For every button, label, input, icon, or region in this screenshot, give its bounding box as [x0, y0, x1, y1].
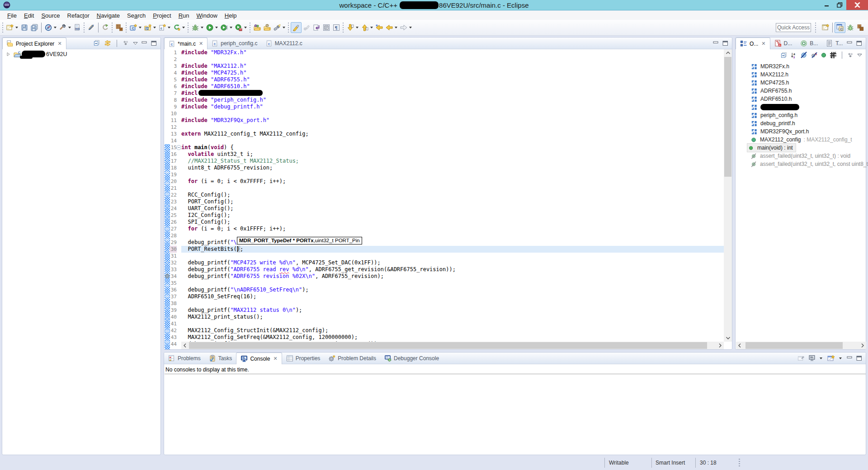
project-tree-item[interactable]: C 6VE92U [2, 50, 160, 58]
maximize-view-button[interactable] [151, 41, 157, 46]
binary-file-button[interactable]: 010 [72, 22, 82, 33]
menu-window[interactable]: Window [193, 11, 221, 20]
scroll-left-arrow[interactable] [736, 342, 743, 349]
editor-vscrollbar[interactable] [724, 49, 732, 342]
outline-item-mainvoidint[interactable]: main(void) : int [747, 144, 796, 152]
minimize-view-button[interactable] [142, 41, 147, 46]
export-folder-button[interactable] [262, 22, 272, 33]
view-menu-button[interactable] [847, 52, 854, 58]
whitespace-faded-button[interactable] [302, 22, 311, 33]
maximize-view-button[interactable] [856, 41, 862, 46]
outline-hscrollbar[interactable] [736, 342, 866, 349]
open-console-dropdown[interactable] [839, 357, 842, 359]
show-whitespace-button[interactable]: ¶ [331, 22, 341, 33]
collapse-all-button[interactable] [781, 52, 788, 59]
new-wizard-button[interactable] [5, 22, 15, 33]
menu-source[interactable]: Source [38, 11, 63, 20]
next-annotation-dropdown[interactable] [356, 27, 359, 28]
open-perspective-button[interactable] [821, 22, 830, 33]
scroll-thumb[interactable] [189, 342, 707, 349]
run-external-dropdown[interactable] [244, 27, 247, 28]
scroll-up-arrow[interactable] [724, 49, 732, 56]
next-annotation-button[interactable] [345, 22, 355, 33]
menu-run[interactable]: Run [175, 11, 193, 20]
fold-collapse-icon[interactable] [176, 145, 181, 150]
outline-item-MAX2112_config[interactable]: MAX2112_config : MAX2112_config_t [751, 136, 852, 144]
outline-item-debug_printf.h[interactable]: debug_printf.h [751, 119, 795, 127]
import-folder-button[interactable] [252, 22, 262, 33]
profile-button[interactable] [219, 22, 229, 33]
relaunch-button[interactable] [100, 22, 110, 33]
save-button[interactable] [19, 22, 29, 33]
editor-tab-periphconfig.c[interactable]: cperiph_config.c [208, 38, 261, 49]
view-tab-problem-details[interactable]: Problem Details [324, 352, 380, 364]
new-c-project-dropdown[interactable] [139, 27, 142, 28]
editor-tab-main.c[interactable]: c*main.c✕ [164, 38, 208, 49]
maximize-view-button[interactable] [856, 356, 862, 361]
outline-item-assert_faileduint32_tuint32_tv[interactable]: assert_failed(uint32_t, uint32_t) : void [751, 152, 850, 160]
view-chevron-button[interactable] [857, 53, 862, 57]
profile-dropdown[interactable] [230, 27, 232, 28]
build-active-button[interactable] [43, 22, 53, 33]
close-tab-icon[interactable]: ✕ [761, 41, 765, 47]
menu-edit[interactable]: Edit [20, 11, 38, 20]
minimize-view-button[interactable] [847, 356, 853, 361]
minimize-editor-button[interactable] [713, 41, 719, 46]
perspective-cpp-button[interactable]: C [835, 22, 845, 33]
view-tab-tasks[interactable]: Tasks [205, 352, 236, 364]
restore-button[interactable] [833, 0, 846, 10]
view-tab-debugger-console[interactable]: Debugger Console [380, 352, 443, 364]
display-console-button[interactable] [808, 355, 816, 362]
tab-project-explorer[interactable]: Project Explorer ✕ [2, 38, 66, 49]
collapse-all-button[interactable] [94, 40, 100, 47]
menu-help[interactable]: Help [221, 11, 241, 20]
forward-dropdown[interactable] [409, 27, 412, 28]
hide-static-button[interactable]: S [811, 52, 818, 59]
scroll-down-arrow[interactable] [724, 334, 732, 342]
prev-annotation-button[interactable] [360, 22, 370, 33]
scroll-thumb[interactable] [745, 342, 843, 349]
save-all-button[interactable] [29, 22, 39, 33]
show-source-button[interactable] [321, 22, 331, 33]
menu-search[interactable]: Search [123, 11, 149, 20]
refresh-new-dropdown[interactable] [182, 27, 185, 28]
new-c-file-button[interactable]: c [157, 22, 167, 33]
outline-item-MCP4725.h[interactable]: MCP4725.h [751, 79, 789, 87]
perspective-debug-button[interactable] [845, 22, 855, 33]
quick-access-box[interactable]: Quick Access [776, 23, 811, 32]
view-tab-properties[interactable]: Properties [282, 352, 325, 364]
build-active-dropdown[interactable] [54, 27, 57, 28]
view-tab-o[interactable]: O...✕ [736, 38, 770, 49]
new-c-file-dropdown[interactable] [168, 27, 170, 28]
debug-dropdown[interactable] [201, 27, 203, 28]
maximize-editor-button[interactable] [722, 41, 728, 46]
menu-project[interactable]: Project [149, 11, 175, 20]
close-view-icon[interactable]: ✕ [57, 41, 61, 47]
run-external-button[interactable] [234, 22, 244, 33]
outline-item-ADRF6755.h[interactable]: ADRF6755.h [751, 87, 792, 95]
waffle-brown-button[interactable] [114, 22, 124, 33]
minimize-view-button[interactable] [847, 41, 853, 46]
build-all-button[interactable] [58, 22, 68, 33]
outline-item-MDR32Fx.h[interactable]: MDR32Fx.h [751, 62, 789, 70]
hide-inactive-button[interactable] [830, 52, 837, 59]
view-tab-problems[interactable]: Problems [164, 352, 205, 364]
new-c-folder-dropdown[interactable] [153, 27, 156, 28]
view-tab-t[interactable]: T... [822, 38, 847, 49]
outline-item-periph_config.h[interactable]: periph_config.h [751, 111, 797, 119]
mark-occurrences-button[interactable] [291, 22, 302, 33]
forward-button[interactable] [399, 22, 409, 33]
perspective-waffle-button[interactable] [855, 22, 865, 33]
run-button[interactable] [205, 22, 215, 33]
editor-hscrollbar[interactable] [181, 342, 724, 349]
close-tab-icon[interactable]: ✕ [273, 356, 277, 362]
search-flashlight-dropdown[interactable] [283, 27, 285, 28]
display-console-dropdown[interactable] [820, 357, 822, 359]
prev-annotation-dropdown[interactable] [370, 27, 373, 28]
menu-refactor[interactable]: Refactor [64, 11, 93, 20]
back-button[interactable] [384, 22, 394, 33]
new-c-project-button[interactable]: C [128, 22, 138, 33]
expand-arrow-icon[interactable] [6, 52, 10, 56]
view-tab-console[interactable]: Console✕ [236, 352, 282, 364]
run-dropdown[interactable] [215, 27, 218, 28]
